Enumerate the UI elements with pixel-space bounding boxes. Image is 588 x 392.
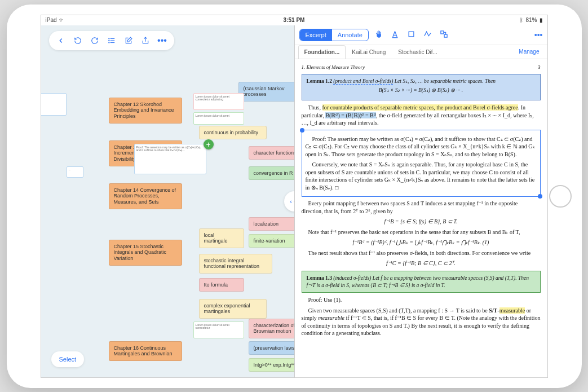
sub-node[interactable]: finite-variation <box>249 234 294 248</box>
chapter-node[interactable]: Chapter 15 Stochastic Integrals and Quad… <box>109 240 182 266</box>
mindmap-pane[interactable]: ••• Chapter 12 Skorohod Embedding and In… <box>41 25 294 377</box>
lemma-box[interactable]: Lemma 1.2 (product and Borel σ-fields) L… <box>302 74 541 101</box>
svg-rect-10 <box>444 34 447 37</box>
sub-node[interactable]: localization <box>249 217 294 231</box>
svg-point-5 <box>108 42 109 42</box>
compose-button[interactable] <box>122 34 135 47</box>
paragraph: Proof: Use (1). <box>302 296 541 304</box>
document-body[interactable]: 1. Elements of Measure Theory 3 Lemma 1.… <box>295 59 547 377</box>
sub-node[interactable]: complex exponential martingales <box>199 299 267 319</box>
lemma-subtitle: (induced σ-fields) <box>333 275 371 281</box>
lemma-formula: B(S₁ × S₂ × ···) = B(S₁) ⊗ B(S₂) ⊗ ··· . <box>307 87 536 94</box>
tab-stochastic[interactable]: Stochastic Dif... <box>392 45 443 59</box>
share-button[interactable] <box>139 34 152 47</box>
outline-button[interactable] <box>105 34 118 47</box>
reader-pane: Excerpt Annotate ••• Foundation... KaiLa… <box>294 25 547 377</box>
excerpt-card[interactable]: Lorem ipsum dolor sit amet consectetur a… <box>193 93 244 110</box>
formula: f⁻¹C = {f⁻¹B; B ∈ C}, C ⊂ 2ᵀ. <box>302 259 541 267</box>
formula: f⁻¹B = {s ∈ S; f(s) ∈ B}, B ⊂ T. <box>302 218 541 226</box>
select-button[interactable]: Select <box>51 351 85 367</box>
excerpt-card[interactable]: ··· <box>41 93 67 116</box>
more-button[interactable]: ••• <box>156 34 169 47</box>
doc-tabs: Foundation... KaiLai Chung Stochastic Di… <box>295 45 547 59</box>
chapter-node[interactable]: Chapter 12 Skorohod Embedding and Invari… <box>109 98 182 124</box>
battery-label: 81% <box>525 17 537 23</box>
tab-kailai[interactable]: KaiLai Chung <box>346 45 392 59</box>
formula: f⁻¹Bᶜ = (f⁻¹B)ᶜ, f⁻¹⋃ₖBₖ = ⋃ₖf⁻¹Bₖ, f⁻¹⋂… <box>302 239 541 246</box>
home-button[interactable] <box>549 185 572 208</box>
text-style-icon[interactable] <box>391 30 399 40</box>
lasso-icon[interactable] <box>423 30 432 40</box>
lemma-title: Lemma 1.2 <box>307 78 332 84</box>
page-number: 3 <box>538 64 541 71</box>
paragraph: Note that f⁻¹ preserves the basic set op… <box>302 228 541 236</box>
excerpt-card-dragging[interactable]: Proof: The assertion may be written as σ… <box>134 144 206 174</box>
crop-icon[interactable] <box>407 30 415 40</box>
chapter-node[interactable]: Chapter 16 Continuous Martingales and Br… <box>109 341 182 362</box>
reader-more-button[interactable]: ••• <box>534 30 543 39</box>
sub-node[interactable]: continuous in probability <box>199 126 267 140</box>
chevron-left-icon: ‹ <box>290 198 292 205</box>
sub-node[interactable]: Ito formula <box>199 278 244 292</box>
svg-point-4 <box>108 40 109 41</box>
svg-rect-9 <box>441 30 444 33</box>
proof-p2: Conversely, we note that S = XₙSₙ is aga… <box>306 161 537 191</box>
tab-foundation[interactable]: Foundation... <box>298 45 346 59</box>
lemma-body: Let S₁, S₂, … be separable metric spaces… <box>395 78 496 84</box>
sub-node[interactable]: (Gaussian Markov processes <box>238 82 294 102</box>
lemma-subtitle: (product and Borel σ-fields) <box>333 78 393 85</box>
sub-node[interactable]: Intg>0** exp.Intg*** <box>249 358 294 372</box>
clock: 3:51 PM <box>46 17 543 23</box>
section-title: 1. Elements of Measure Theory <box>302 64 365 71</box>
paragraph: The next result shows that f⁻¹ also pres… <box>302 249 541 257</box>
paragraph: Given two measurable spaces (S,S) and (T… <box>302 307 541 337</box>
excerpt-card[interactable]: Lorem ipsum dolor sit amet <box>193 112 244 125</box>
svg-point-3 <box>108 38 109 38</box>
chapter-node[interactable]: Chapter 14 Convergence of Random Process… <box>109 183 182 209</box>
paragraph: Every point mapping f between two spaces… <box>302 200 541 215</box>
group-icon[interactable] <box>440 30 448 40</box>
lemma-box[interactable]: Lemma 1.3 (induced σ-fields) Let f be a … <box>302 271 541 293</box>
battery-icon: ▮ <box>540 17 543 23</box>
mode-segmented[interactable]: Excerpt Annotate <box>299 29 369 41</box>
active-selection[interactable]: Proof: The assertion may be written as σ… <box>302 130 541 197</box>
bluetooth-icon: ᛒ <box>520 17 523 23</box>
sub-node[interactable]: characterization of Brownian motion <box>249 319 294 339</box>
svg-rect-8 <box>409 32 414 37</box>
sub-node[interactable]: stochastic integral functional represent… <box>199 254 272 274</box>
annotate-mode[interactable]: Annotate <box>332 29 368 41</box>
proof-p1: Proof: The assertion may be written as σ… <box>306 135 537 158</box>
add-icon[interactable]: + <box>204 139 214 149</box>
undo-button[interactable] <box>72 34 84 47</box>
sub-node[interactable]: local martingale <box>199 228 244 249</box>
sub-node[interactable]: (preservation laws <box>249 341 294 355</box>
manage-link[interactable]: Manage <box>514 45 543 59</box>
device-label: iPad <box>46 17 57 23</box>
wifi-icon: ᯤ <box>59 17 65 23</box>
redo-button[interactable] <box>89 34 101 47</box>
mindmap-toolbar: ••• <box>49 31 174 50</box>
excerpt-card[interactable]: Lorem ipsum dolor sit amet consectetur <box>193 321 244 338</box>
excerpt-mode[interactable]: Excerpt <box>300 29 332 41</box>
lemma-title: Lemma 1.3 <box>307 275 332 281</box>
excerpt-card[interactable]: ··· <box>67 166 83 178</box>
paragraph: Thus, for countable products of separabl… <box>302 104 541 127</box>
hand-icon[interactable] <box>374 30 383 40</box>
reader-toolbar: Excerpt Annotate ••• <box>295 25 547 45</box>
sub-node[interactable]: character functions <box>249 146 294 160</box>
sub-node[interactable]: convergence in R <box>249 166 294 180</box>
back-button[interactable] <box>55 34 67 47</box>
status-bar: iPad ᯤ 3:51 PM ᛒ 81% ▮ <box>41 15 547 25</box>
